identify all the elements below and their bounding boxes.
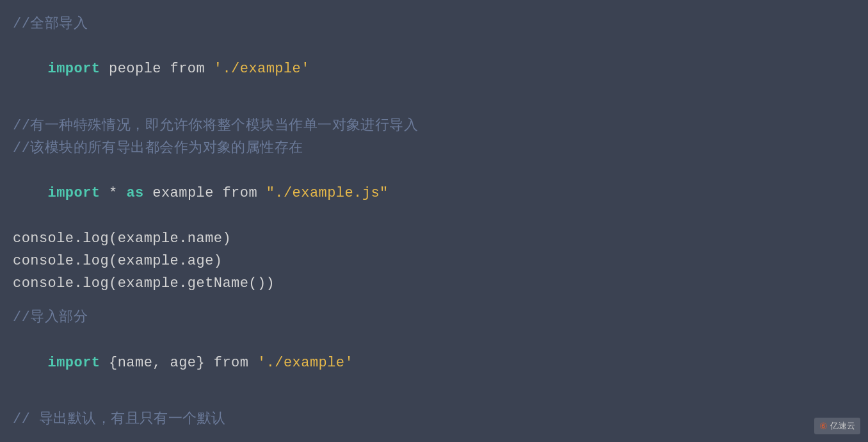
code-line-console-2: console.log(example.age): [13, 250, 855, 272]
string-example-2: './example': [257, 355, 353, 371]
code-line-3: import {name, age} from './example': [13, 329, 855, 397]
keyword-as: as: [126, 185, 143, 201]
watermark-text: 亿速云: [830, 420, 855, 432]
watermark: ⑥ 亿速云: [814, 418, 860, 434]
keyword-from-3: from: [214, 355, 249, 371]
keyword-import-2: import: [48, 185, 100, 201]
code-line-console-3: console.log(example.getName()): [13, 272, 855, 295]
keyword-from-1: from: [170, 61, 205, 77]
code-line-2: import * as example from "./example.js": [13, 160, 855, 227]
spacer-1: [13, 103, 855, 115]
keyword-import-3: import: [48, 355, 100, 371]
keyword-from-2: from: [222, 185, 257, 201]
identifier-people: people: [100, 61, 170, 77]
code-container: //全部导入 import people from './example' //…: [0, 0, 868, 442]
comment-line-2b: //该模块的所有导出都会作为对象的属性存在: [13, 137, 855, 160]
watermark-icon: ⑥: [819, 421, 828, 431]
spacer-3: [13, 397, 855, 408]
code-line-console-1: console.log(example.name): [13, 227, 855, 250]
comment-line-2a: //有一种特殊情况，即允许你将整个模块当作单一对象进行导入: [13, 115, 855, 137]
comment-line-3: //导入部分: [13, 306, 855, 329]
keyword-import-1: import: [48, 61, 100, 77]
string-example-js: "./example.js": [266, 185, 389, 201]
code-line-4: export default App: [13, 430, 855, 442]
spacer-2: [13, 295, 855, 306]
comment-line-4: // 导出默认，有且只有一个默认: [13, 408, 855, 430]
comment-line-1: //全部导入: [13, 13, 855, 35]
string-example-1: './example': [214, 61, 310, 77]
code-line-1: import people from './example': [13, 35, 855, 103]
